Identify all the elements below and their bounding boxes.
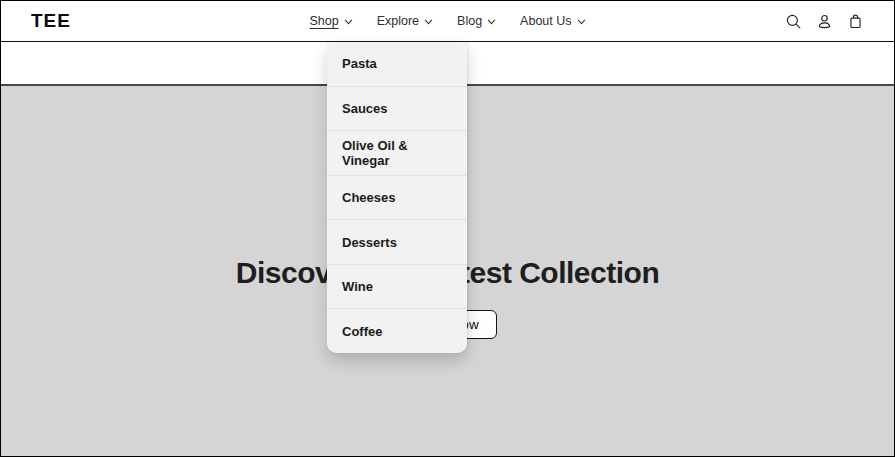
storefront-page: TEE Shop Explore Blog About Us: [0, 0, 895, 457]
dropdown-item-pasta[interactable]: Pasta: [327, 42, 467, 87]
dropdown-item-sauces[interactable]: Sauces: [327, 87, 467, 132]
dropdown-item-wine[interactable]: Wine: [327, 265, 467, 310]
nav-item-blog[interactable]: Blog: [457, 14, 496, 28]
site-logo[interactable]: TEE: [31, 10, 71, 32]
nav-item-shop[interactable]: Shop: [309, 14, 352, 28]
main-nav: Shop Explore Blog About Us: [309, 1, 585, 41]
nav-item-explore[interactable]: Explore: [377, 14, 433, 28]
account-button[interactable]: [816, 13, 833, 30]
nav-item-label: About Us: [520, 14, 571, 28]
search-button[interactable]: [785, 13, 802, 30]
cart-icon: [847, 13, 864, 30]
chevron-down-icon: [487, 19, 496, 25]
cart-button[interactable]: [847, 13, 864, 30]
nav-item-label: Blog: [457, 14, 482, 28]
chevron-down-icon: [424, 19, 433, 25]
account-icon: [816, 13, 833, 30]
site-header: TEE Shop Explore Blog About Us: [1, 1, 894, 42]
dropdown-item-desserts[interactable]: Desserts: [327, 220, 467, 265]
chevron-down-icon: [577, 19, 586, 25]
nav-item-about-us[interactable]: About Us: [520, 14, 585, 28]
dropdown-item-coffee[interactable]: Coffee: [327, 309, 467, 353]
header-icons: [785, 13, 864, 30]
nav-item-label: Shop: [309, 14, 338, 28]
nav-item-label: Explore: [377, 14, 419, 28]
dropdown-item-olive-oil-vinegar[interactable]: Olive Oil & Vinegar: [327, 131, 467, 176]
chevron-down-icon: [344, 19, 353, 25]
shop-dropdown-menu: Pasta Sauces Olive Oil & Vinegar Cheeses…: [327, 42, 467, 353]
search-icon: [785, 13, 802, 30]
dropdown-item-cheeses[interactable]: Cheeses: [327, 176, 467, 221]
